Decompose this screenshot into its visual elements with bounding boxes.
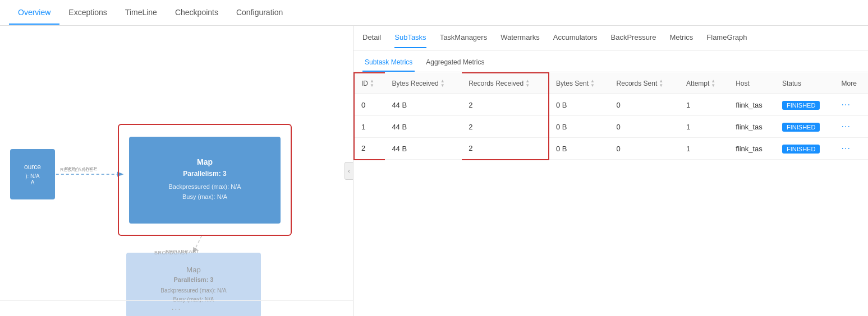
cell-attempt: 1 <box>679 94 729 116</box>
table-row: 1 44 B 2 0 B 0 1 flink_tas FINISHED ··· <box>354 116 868 138</box>
th-more-label: More <box>842 80 857 87</box>
cell-more[interactable]: ··· <box>835 116 868 138</box>
cell-bytes-sent: 0 B <box>549 116 610 138</box>
th-bytes-sent-sort[interactable]: Bytes Sent ▲▼ <box>556 79 595 88</box>
top-navigation: Overview Exceptions TimeLine Checkpoints… <box>0 0 868 26</box>
cell-attempt: 1 <box>679 138 729 160</box>
more-icon[interactable]: ··· <box>842 122 851 131</box>
cell-status: FINISHED <box>775 116 835 138</box>
subtab-watermarks[interactable]: Watermarks <box>500 27 540 48</box>
subtasks-table-container: ID ▲▼ Bytes Received ▲▼ <box>353 72 868 316</box>
th-id-label: ID <box>361 80 368 87</box>
subtab-subtasks[interactable]: SubTasks <box>394 27 426 48</box>
cell-bytes-received: 44 B <box>385 94 462 116</box>
th-records-received[interactable]: Records Received ▲▼ <box>462 73 549 94</box>
more-icon[interactable]: ··· <box>842 143 851 153</box>
cell-host: flink_tas <box>729 94 775 116</box>
cell-records-sent: 0 <box>610 138 679 160</box>
th-rr-arrows: ▲▼ <box>525 79 530 88</box>
th-records-sent[interactable]: Records Sent ▲▼ <box>610 73 679 94</box>
tab-exceptions[interactable]: Exceptions <box>59 1 116 25</box>
metrics-tab-subtask[interactable]: Subtask Metrics <box>362 55 415 72</box>
th-br-arrows: ▲▼ <box>440 79 445 88</box>
subtab-metrics[interactable]: Metrics <box>669 27 693 48</box>
rebalance-text: REBALANCE <box>60 167 93 173</box>
th-rs-arrows: ▲▼ <box>659 79 663 88</box>
tab-timeline[interactable]: TimeLine <box>116 1 166 25</box>
cell-id: 0 <box>354 94 385 116</box>
metrics-tab-aggregated[interactable]: Aggregated Metrics <box>424 55 486 72</box>
th-attempt[interactable]: Attempt ▲▼ <box>679 73 729 94</box>
status-badge: FINISHED <box>782 145 820 154</box>
th-host[interactable]: Host <box>729 73 775 94</box>
subtab-detail[interactable]: Detail <box>362 27 381 48</box>
cell-status: FINISHED <box>775 138 835 160</box>
cell-records-received: 2 <box>462 116 549 138</box>
th-attempt-label: Attempt <box>686 80 709 87</box>
th-host-label: Host <box>736 80 750 87</box>
tab-checkpoints[interactable]: Checkpoints <box>166 1 227 25</box>
cell-records-received: 2 <box>462 94 549 116</box>
cell-bytes-received: 44 B <box>385 138 462 160</box>
source-node[interactable]: ource ): N/A A <box>10 149 55 199</box>
cell-bytes-sent: 0 B <box>549 94 610 116</box>
th-id-sort[interactable]: ID ▲▼ <box>361 79 374 88</box>
more-icon[interactable]: ··· <box>842 100 851 109</box>
tab-overview[interactable]: Overview <box>9 1 59 25</box>
cell-bytes-sent: 0 B <box>549 138 610 160</box>
th-id[interactable]: ID ▲▼ <box>354 73 385 94</box>
cell-records-sent: 0 <box>610 116 679 138</box>
map-node-title: Map <box>197 157 213 166</box>
subtab-accumulators[interactable]: Accumulators <box>553 27 598 48</box>
bottom-dots-icon: ··· <box>172 304 182 313</box>
th-records-received-label: Records Received <box>469 80 523 87</box>
source-node-title: ource <box>24 163 41 171</box>
th-bytes-sent-label: Bytes Sent <box>556 80 589 87</box>
th-bs-arrows: ▲▼ <box>590 79 595 88</box>
subtasks-table: ID ▲▼ Bytes Received ▲▼ <box>353 72 868 160</box>
th-id-arrows: ▲▼ <box>370 79 374 88</box>
th-bytes-received[interactable]: Bytes Received ▲▼ <box>385 73 462 94</box>
cell-host: flink_tas <box>729 138 775 160</box>
th-status-label: Status <box>782 80 801 87</box>
map-faded-title: Map <box>186 266 200 274</box>
tab-configuration[interactable]: Configuration <box>227 1 292 25</box>
cell-records-received: 2 <box>462 138 549 160</box>
status-badge: FINISHED <box>782 101 820 110</box>
bottom-handle[interactable]: ··· <box>0 300 353 316</box>
cell-bytes-received: 44 B <box>385 116 462 138</box>
broadcast-text: BROADCAST <box>154 250 189 255</box>
cell-status: FINISHED <box>775 94 835 116</box>
cell-id: 1 <box>354 116 385 138</box>
cell-records-sent: 0 <box>610 94 679 116</box>
th-at-arrows: ▲▼ <box>711 79 715 88</box>
th-bytes-sent[interactable]: Bytes Sent ▲▼ <box>549 73 610 94</box>
diagram-canvas: REBALANCE BROADCAST ource ): N/A A Map P… <box>0 26 353 316</box>
cell-host: flink_tas <box>729 116 775 138</box>
cell-more[interactable]: ··· <box>835 94 868 116</box>
sub-tabs-bar: Detail SubTasks TaskManagers Watermarks … <box>353 26 868 50</box>
main-layout: REBALANCE BROADCAST ource ): N/A A Map P… <box>0 26 868 316</box>
th-bytes-received-sort[interactable]: Bytes Received ▲▼ <box>392 79 444 88</box>
th-records-received-sort[interactable]: Records Received ▲▼ <box>469 79 530 88</box>
right-panel: Detail SubTasks TaskManagers Watermarks … <box>353 26 868 316</box>
th-attempt-sort[interactable]: Attempt ▲▼ <box>686 79 715 88</box>
map-node-busy: Busy (max): N/A <box>182 192 227 202</box>
collapse-button[interactable]: ‹ <box>345 162 353 180</box>
subtab-backpressure[interactable]: BackPressure <box>611 27 656 48</box>
subtab-flamegraph[interactable]: FlameGraph <box>706 27 747 48</box>
map-node-selected[interactable]: Map Parallelism: 3 Backpressured (max): … <box>118 124 292 236</box>
source-node-line2: A <box>31 179 35 185</box>
th-records-sent-label: Records Sent <box>617 80 658 87</box>
map-faded-parallelism: Parallelism: 3 <box>174 276 214 283</box>
metrics-tabs-bar: Subtask Metrics Aggregated Metrics <box>353 50 868 72</box>
th-more: More <box>835 73 868 94</box>
table-row: 0 44 B 2 0 B 0 1 flink_tas FINISHED ··· <box>354 94 868 116</box>
table-body: 0 44 B 2 0 B 0 1 flink_tas FINISHED ··· … <box>354 94 868 160</box>
map-faded-backpressured: Backpressured (max): N/A <box>160 286 226 295</box>
th-status[interactable]: Status <box>775 73 835 94</box>
subtab-taskmanagers[interactable]: TaskManagers <box>440 27 488 48</box>
th-records-sent-sort[interactable]: Records Sent ▲▼ <box>617 79 664 88</box>
cell-more[interactable]: ··· <box>835 138 868 160</box>
source-node-line1: ): N/A <box>25 173 40 179</box>
